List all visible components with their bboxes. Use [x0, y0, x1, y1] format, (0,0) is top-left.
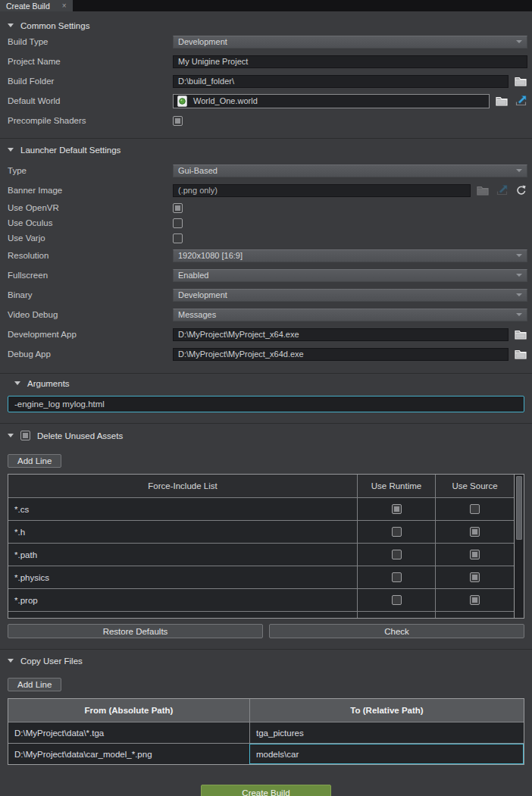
section-header-copy-user-files[interactable]: Copy User Files	[0, 654, 532, 667]
table-row[interactable]: D:\MyProject\data\*.tga tga_pictures	[8, 722, 524, 743]
use-runtime-checkbox[interactable]	[392, 572, 402, 582]
use-runtime-checkbox[interactable]	[392, 550, 402, 559]
table-scrollbar[interactable]	[514, 475, 524, 618]
chevron-down-icon	[516, 313, 522, 316]
banner-image-input[interactable]: (.png only)	[173, 184, 471, 197]
use-source-checkbox[interactable]	[470, 504, 480, 514]
build-folder-label: Build Folder	[8, 77, 173, 86]
collapse-triangle-icon[interactable]	[8, 24, 14, 27]
pattern-cell[interactable]: *.cs	[8, 498, 357, 520]
reset-icon[interactable]	[514, 184, 527, 196]
field-row-use-openvr: Use OpenVR	[0, 200, 532, 215]
default-world-input[interactable]: World_One.world	[173, 94, 490, 108]
column-header-use-runtime[interactable]: Use Runtime	[357, 475, 435, 497]
resolution-dropdown[interactable]: 1920x1080 [16:9]	[173, 249, 527, 262]
section-divider	[0, 649, 532, 650]
use-runtime-checkbox[interactable]	[392, 527, 402, 537]
create-build-button[interactable]: Create Build	[201, 785, 331, 796]
section-header-launcher-settings[interactable]: Launcher Default Settings	[0, 143, 532, 156]
tab-create-build[interactable]: Create Build ×	[0, 0, 73, 11]
world-file-icon	[177, 95, 187, 107]
force-include-table: Force-Include List Use Runtime Use Sourc…	[8, 474, 524, 619]
field-row-use-oculus: Use Oculus	[0, 215, 532, 230]
default-world-label: Default World	[8, 96, 173, 105]
use-runtime-checkbox[interactable]	[392, 504, 402, 514]
section-title: Arguments	[27, 379, 70, 388]
folder-icon[interactable]	[476, 184, 490, 196]
column-header-force-include[interactable]: Force-Include List	[8, 475, 357, 497]
use-oculus-label: Use Oculus	[8, 218, 173, 227]
field-row-precompile-shaders: Precompile Shaders	[0, 111, 532, 130]
to-path-cell[interactable]: tga_pictures	[249, 722, 524, 743]
launcher-type-dropdown[interactable]: Gui-Based	[173, 165, 527, 177]
from-path-cell[interactable]: D:\MyProject\data\car_model_*.png	[8, 744, 249, 764]
column-header-to[interactable]: To (Relative Path)	[249, 699, 524, 722]
pattern-cell[interactable]: *.prop	[8, 589, 357, 611]
collapse-triangle-icon[interactable]	[8, 434, 14, 437]
add-line-button[interactable]: Add Line	[8, 678, 61, 691]
type-label: Type	[8, 166, 173, 175]
project-name-input[interactable]: My Unigine Project	[173, 55, 527, 68]
folder-icon[interactable]	[495, 95, 509, 107]
use-openvr-checkbox[interactable]	[173, 203, 183, 213]
dropdown-value: Development	[178, 290, 227, 299]
pattern-cell[interactable]: *.physics	[8, 566, 357, 588]
table-row[interactable]: *.physics	[8, 566, 514, 588]
fullscreen-dropdown[interactable]: Enabled	[173, 269, 527, 282]
import-arrow-icon[interactable]	[495, 184, 509, 196]
table-row[interactable]: *.prop	[8, 588, 514, 611]
table-header-row: From (Absolute Path) To (Relative Path)	[8, 699, 524, 722]
delete-unused-assets-checkbox[interactable]	[20, 431, 30, 440]
debug-app-input[interactable]: D:\MyProject\MyProject_x64d.exe	[173, 348, 509, 361]
folder-icon[interactable]	[514, 328, 527, 340]
use-varjo-checkbox[interactable]	[173, 233, 183, 243]
use-source-checkbox[interactable]	[470, 572, 480, 582]
collapse-triangle-icon[interactable]	[8, 148, 14, 152]
to-path-cell[interactable]: models\car	[249, 744, 524, 764]
field-row-banner-image: Banner Image (.png only)	[0, 180, 532, 200]
use-source-checkbox[interactable]	[470, 595, 480, 605]
close-icon[interactable]: ×	[62, 2, 67, 10]
tab-title: Create Build	[6, 2, 50, 11]
use-source-checkbox[interactable]	[470, 550, 480, 559]
check-button[interactable]: Check	[269, 624, 524, 638]
precompile-shaders-checkbox[interactable]	[173, 116, 183, 126]
section-header-arguments[interactable]: Arguments	[0, 377, 532, 390]
table-header-row: Force-Include List Use Runtime Use Sourc…	[8, 475, 514, 497]
arguments-input[interactable]: -engine_log mylog.html	[8, 396, 524, 412]
table-row[interactable]: *.path	[8, 543, 514, 566]
dropdown-value: Enabled	[178, 271, 208, 280]
binary-dropdown[interactable]: Development	[173, 289, 527, 302]
tab-bar: Create Build ×	[0, 0, 532, 11]
folder-icon[interactable]	[514, 75, 527, 87]
collapse-triangle-icon[interactable]	[14, 381, 20, 385]
collapse-triangle-icon[interactable]	[8, 659, 14, 663]
field-row-use-varjo: Use Varjo	[0, 230, 532, 246]
chevron-down-icon	[516, 40, 522, 43]
import-arrow-icon[interactable]	[514, 95, 527, 107]
scrollbar-thumb[interactable]	[516, 476, 522, 540]
use-oculus-checkbox[interactable]	[173, 218, 183, 228]
table-row[interactable]: *.cs	[8, 497, 514, 520]
column-header-use-source[interactable]: Use Source	[435, 475, 514, 497]
pattern-cell[interactable]: *.h	[8, 521, 357, 543]
video-debug-dropdown[interactable]: Messages	[173, 309, 527, 321]
column-header-from[interactable]: From (Absolute Path)	[8, 699, 249, 722]
section-header-common-settings[interactable]: Common Settings	[0, 19, 532, 32]
restore-defaults-button[interactable]: Restore Defaults	[8, 624, 263, 638]
use-runtime-checkbox[interactable]	[392, 595, 402, 605]
section-header-delete-unused-assets[interactable]: Delete Unused Assets	[0, 429, 532, 442]
field-row-fullscreen: Fullscreen Enabled	[0, 265, 532, 285]
table-row[interactable]: *.h	[8, 520, 514, 543]
folder-icon[interactable]	[514, 348, 527, 360]
add-line-button[interactable]: Add Line	[8, 454, 61, 468]
field-row-type: Type Gui-Based	[0, 161, 532, 180]
build-folder-input[interactable]: D:\build_folder\	[173, 75, 509, 88]
from-path-cell[interactable]: D:\MyProject\data\*.tga	[8, 722, 249, 743]
pattern-cell[interactable]: *.path	[8, 544, 357, 566]
development-app-input[interactable]: D:\MyProject\MyProject_x64.exe	[173, 328, 509, 341]
build-type-dropdown[interactable]: Development	[173, 36, 527, 49]
section-divider	[0, 138, 532, 139]
table-row[interactable]: D:\MyProject\data\car_model_*.png models…	[8, 743, 524, 764]
use-source-checkbox[interactable]	[470, 527, 480, 537]
